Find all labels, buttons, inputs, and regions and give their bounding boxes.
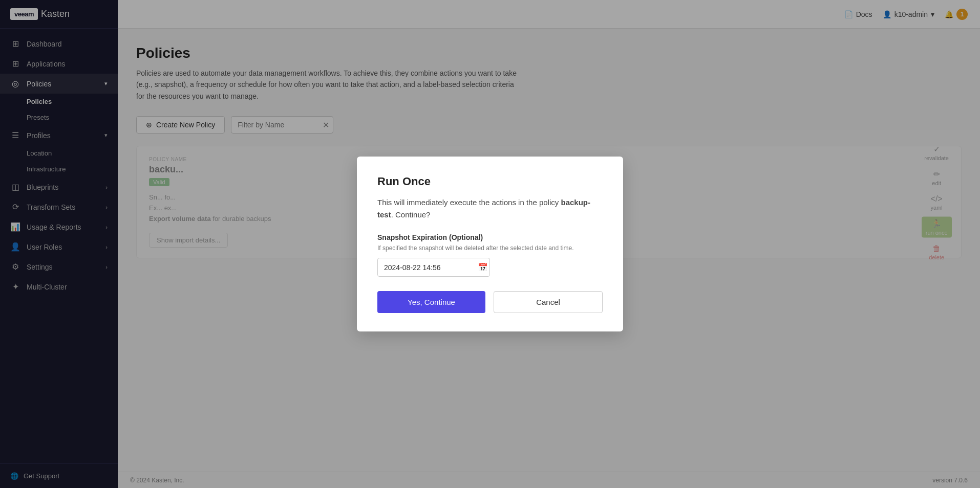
modal-title: Run Once <box>377 175 603 188</box>
yes-continue-button[interactable]: Yes, Continue <box>377 291 485 313</box>
calendar-icon[interactable]: 📅 <box>478 262 488 272</box>
modal-body-text-after: . Continue? <box>391 210 431 219</box>
modal-body: This will immediately execute the action… <box>377 196 603 221</box>
datetime-input-wrap: 📅 <box>377 258 490 277</box>
run-once-modal: Run Once This will immediately execute t… <box>357 157 623 331</box>
modal-section-title: Snapshot Expiration (Optional) <box>377 233 603 241</box>
modal-overlay[interactable]: Run Once This will immediately execute t… <box>0 0 980 488</box>
datetime-input[interactable] <box>384 263 474 272</box>
modal-body-text-before: This will immediately execute the action… <box>377 198 561 207</box>
cancel-button[interactable]: Cancel <box>494 291 603 313</box>
modal-actions: Yes, Continue Cancel <box>377 291 603 313</box>
modal-hint: If specified the snapshot will be delete… <box>377 245 603 252</box>
